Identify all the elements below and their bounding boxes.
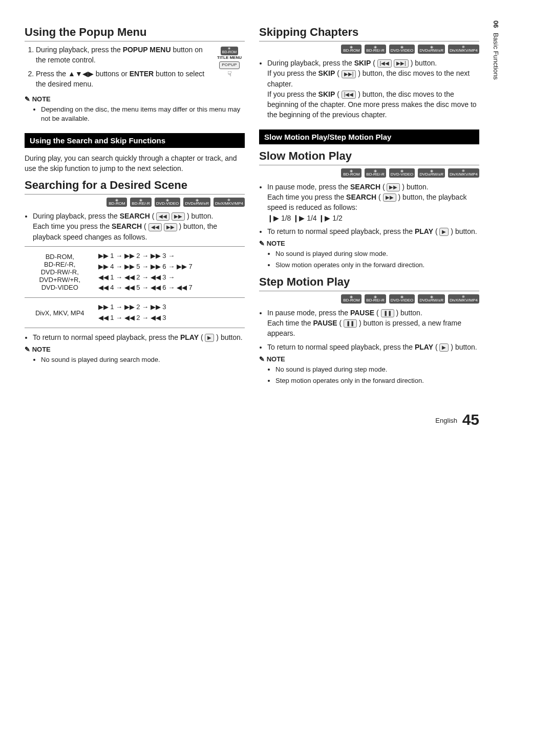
right-column: Skipping Chapters BD-ROM BD-RE/-R DVD-VI… (259, 20, 479, 391)
step-2: Press the ▲▼◀▶ buttons or ENTER button t… (36, 69, 245, 90)
disc-badge: DivX/MKV/MP4 (448, 168, 479, 178)
footer-language: English (435, 417, 457, 424)
disc-badge: BD-ROM (107, 198, 127, 207)
chapter-label: Basic Functions (492, 33, 500, 80)
section-bar-search-skip: Using the Search and Skip Functions (25, 133, 245, 148)
speed-table: BD-ROM, BD-RE/-R, DVD-RW/-R, DVD+RW/+R, … (25, 246, 245, 328)
bullet: To return to normal speed playback, pres… (33, 332, 245, 342)
heading-step-motion: Step Motion Play (259, 275, 479, 291)
disc-badge: DVD-VIDEO (389, 45, 415, 54)
search-bullets: During playback, press the SEARCH ( ◀◀ ▶… (25, 211, 245, 242)
slow-bullets: In pause mode, press the SEARCH ( ▶▶ ) b… (259, 182, 479, 236)
note-item: No sound is played during search mode. (41, 355, 245, 364)
disc-badge: BD-RE/-R (365, 168, 386, 178)
heading-skipping: Skipping Chapters (259, 26, 479, 41)
page-footer: English 45 (25, 411, 479, 428)
heading-searching: Searching for a Desired Scene (25, 179, 245, 195)
play-icon: ▶ (205, 334, 214, 342)
fastforward-icon: ▶▶ (383, 193, 396, 202)
skip-back-icon: |◀◀ (377, 59, 392, 68)
note-label: NOTE (259, 355, 479, 363)
cell-speeds: ▶▶ 1 → ▶▶ 2 → ▶▶ 3 ◀◀ 1 → ◀◀ 2 → ◀◀ 3 (95, 298, 245, 328)
skip-fwd-icon: ▶▶| (394, 59, 409, 68)
heading-popup-menu: Using the Popup Menu (25, 26, 245, 41)
popup-menu-graphic: BD-ROM TITLE MENU POPUP ☟ (214, 47, 245, 78)
hand-icon: ☟ (227, 70, 232, 78)
skip-back-icon: |◀◀ (342, 91, 356, 99)
disc-badge: BD-RE/-R (130, 198, 152, 207)
popup-steps: During playback, press the POPUP MENU bu… (25, 45, 245, 89)
heading-slow-motion: Slow Motion Play (259, 149, 479, 165)
note-item: Depending on the disc, the menu items ma… (41, 105, 245, 123)
note-items: No sound is played during search mode. (34, 355, 245, 364)
table-row: BD-ROM, BD-RE/-R, DVD-RW/-R, DVD+RW/+R, … (25, 247, 245, 298)
pause-icon: ❚❚ (344, 319, 357, 328)
rewind-icon: ◀◀ (156, 212, 169, 221)
popup-button-icon: POPUP (219, 61, 240, 69)
rewind-icon: ◀◀ (148, 223, 162, 231)
disc-badge: BD-ROM (341, 45, 361, 54)
disc-badges-step: BD-ROM BD-RE/-R DVD-VIDEO DVD±RW/±R DivX… (259, 294, 479, 304)
disc-badge: BD-RE/-R (365, 294, 386, 304)
disc-badge: DivX/MKV/MP4 (214, 198, 245, 207)
search-skip-intro: During play, you can search quickly thro… (25, 153, 245, 174)
cell-formats: DivX, MKV, MP4 (25, 298, 95, 328)
disc-badge: DVD±RW/±R (418, 168, 445, 178)
play-icon: ▶ (439, 228, 449, 236)
bullet: During playback, press the SKIP ( |◀◀ ▶▶… (267, 58, 479, 120)
disc-badges-skip: BD-ROM BD-RE/-R DVD-VIDEO DVD±RW/±R DivX… (259, 45, 479, 54)
note-item: Step motion operates only in the forward… (275, 376, 479, 385)
disc-badge: BD-RE/-R (365, 45, 386, 54)
slow-speeds: ❙▶ 1/8 ❙▶ 1/4 ❙▶ 1/2 (267, 214, 343, 222)
note-item: No sound is played during step mode. (275, 365, 479, 374)
note-label: NOTE (25, 345, 245, 353)
side-tab: 06 Basic Functions (492, 20, 500, 80)
cell-formats: BD-ROM, BD-RE/-R, DVD-RW/-R, DVD+RW/+R, … (25, 247, 95, 298)
left-column: Using the Popup Menu BD-ROM TITLE MENU P… (25, 20, 245, 391)
section-bar-slow-step: Slow Motion Play/Step Motion Play (259, 129, 479, 144)
chapter-number: 06 (492, 20, 500, 28)
step-bullets: In pause mode, press the PAUSE ( ❚❚ ) bu… (259, 308, 479, 352)
disc-badge: DVD±RW/±R (418, 294, 445, 304)
note-items: No sound is played during slow mode. Slo… (268, 249, 479, 270)
table-row: DivX, MKV, MP4 ▶▶ 1 → ▶▶ 2 → ▶▶ 3 ◀◀ 1 →… (25, 298, 245, 328)
note-item: No sound is played during slow mode. (275, 249, 479, 258)
fastforward-icon: ▶▶ (172, 212, 185, 221)
fastforward-icon: ▶▶ (164, 223, 177, 231)
bullet: To return to normal speed playback, pres… (267, 226, 479, 236)
disc-badge: BD-ROM (341, 168, 361, 178)
disc-badges-slow: BD-ROM BD-RE/-R DVD-VIDEO DVD±RW/±R DivX… (259, 168, 479, 178)
note-label: NOTE (25, 95, 245, 103)
title-menu-label: TITLE MENU (217, 55, 242, 60)
disc-badge: DivX/MKV/MP4 (448, 45, 479, 54)
search-bullets-2: To return to normal speed playback, pres… (25, 332, 245, 342)
disc-badge: DVD±RW/±R (418, 45, 445, 54)
bullet: In pause mode, press the PAUSE ( ❚❚ ) bu… (267, 308, 479, 339)
note-item: Slow motion operates only in the forward… (275, 261, 479, 270)
skip-bullets: During playback, press the SKIP ( |◀◀ ▶▶… (259, 58, 479, 120)
disc-badge: DivX/MKV/MP4 (448, 294, 479, 304)
cell-speeds: ▶▶ 1 → ▶▶ 2 → ▶▶ 3 → ▶▶ 4 → ▶▶ 5 → ▶▶ 6 … (95, 247, 245, 298)
fastforward-icon: ▶▶ (387, 183, 400, 191)
page-number: 45 (462, 411, 479, 428)
bullet: To return to normal speed playback, pres… (267, 342, 479, 352)
note-items: No sound is played during step mode. Ste… (268, 365, 479, 385)
bullet: In pause mode, press the SEARCH ( ▶▶ ) b… (267, 182, 479, 223)
play-icon: ▶ (439, 343, 449, 352)
disc-badge: DVD-VIDEO (389, 168, 415, 178)
disc-badge: DVD-VIDEO (155, 198, 180, 207)
pause-icon: ❚❚ (381, 309, 394, 317)
disc-badge: BD-ROM (341, 294, 361, 304)
note-items: Depending on the disc, the menu items ma… (34, 105, 245, 123)
page: Using the Popup Menu BD-ROM TITLE MENU P… (25, 20, 479, 391)
bullet: During playback, press the SEARCH ( ◀◀ ▶… (33, 211, 245, 242)
disc-badge: BD-ROM (221, 47, 238, 55)
note-label: NOTE (259, 240, 479, 247)
disc-badge: DVD±RW/±R (183, 198, 210, 207)
step-1: During playback, press the POPUP MENU bu… (36, 45, 245, 66)
disc-badge: DVD-VIDEO (389, 294, 415, 304)
skip-fwd-icon: ▶▶| (342, 70, 356, 78)
disc-badges-search: BD-ROM BD-RE/-R DVD-VIDEO DVD±RW/±R DivX… (25, 198, 245, 207)
